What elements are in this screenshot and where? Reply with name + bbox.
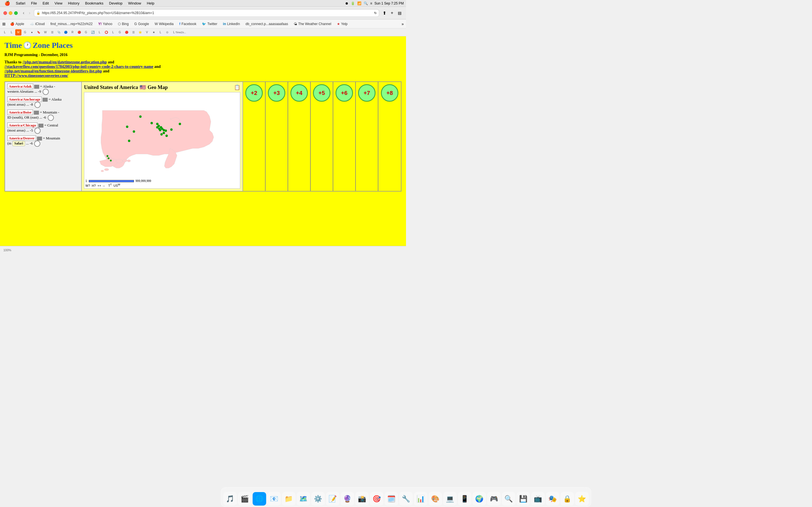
offset-badge-5[interactable]: +5 — [313, 84, 331, 102]
tz-link-adak[interactable]: America/Adak — [7, 83, 33, 89]
toolbar-icon-23[interactable]: ★ — [151, 29, 157, 36]
offset-badge-8[interactable]: +8 — [381, 84, 398, 102]
menu-view[interactable]: View — [52, 1, 64, 6]
bookmark-weather[interactable]: 🌤 The Weather Channel — [292, 21, 334, 26]
reload-icon[interactable]: ↻ — [374, 11, 377, 15]
menu-edit[interactable]: Edit — [40, 1, 51, 6]
svg-point-21 — [133, 130, 135, 133]
menu-file[interactable]: File — [29, 1, 39, 6]
bookmark-icloud[interactable]: ☁️ iCloud — [28, 21, 47, 26]
offset-badge-7[interactable]: +7 — [358, 84, 375, 102]
offset-6-label: +6 — [341, 90, 348, 96]
toolbar-icon-18[interactable]: G — [117, 29, 123, 36]
notepad-icon: 📋 — [234, 84, 240, 91]
bookmark-facebook[interactable]: f Facebook — [177, 21, 199, 26]
bookmark-weather-label: The Weather Channel — [298, 22, 331, 26]
tz-desc-adak-2: western Aleutians ... -9 — [7, 89, 41, 94]
more-bookmarks-icon[interactable]: » — [402, 22, 404, 26]
svg-point-24 — [107, 155, 108, 157]
bookmark-wikipedia-label: Wikipedia — [159, 22, 174, 26]
bookmark-bing[interactable]: ⬡ Bing — [116, 21, 131, 26]
bookmark-twitter[interactable]: 🐦 Twitter — [200, 21, 219, 26]
svg-point-0 — [104, 168, 109, 171]
bookmark-db[interactable]: db_connect.p...aaasaaafaas — [243, 21, 290, 26]
toolbar-icon-14[interactable]: 🔄 — [90, 29, 96, 36]
toolbar-icon-8[interactable]: ☰ — [49, 29, 55, 36]
toolbar-icon-16[interactable]: ⭕ — [103, 29, 109, 36]
tz-link-anchorage[interactable]: America/Anchorage — [7, 97, 42, 102]
minimize-button[interactable] — [9, 11, 12, 15]
menu-window[interactable]: Window — [126, 1, 143, 6]
menu-history[interactable]: History — [66, 1, 82, 6]
toolbar-icon-17[interactable]: L — [110, 29, 116, 36]
toolbar-icon-3[interactable]: M — [15, 29, 21, 36]
tz-link-boise[interactable]: America/Boise — [7, 110, 33, 115]
toolbar-icon-12[interactable]: 🔴 — [76, 29, 82, 36]
toolbar-icon-2[interactable]: L — [8, 29, 15, 36]
url-display[interactable]: https://65.254.95.247/PHP/tz_places.php?… — [42, 11, 372, 15]
attribution: RJM Programming - December, 2016 — [4, 53, 402, 57]
toolbar-icon-19[interactable]: 🔴 — [123, 29, 130, 36]
offset-badge-6[interactable]: +6 — [336, 84, 353, 102]
link-stackoverflow[interactable]: //stackoverflow.com/questions/17842003/p… — [4, 64, 153, 69]
toolbar-icon-7[interactable]: W — [42, 29, 49, 36]
toolbar-icon-21[interactable]: ⭐ — [137, 29, 143, 36]
bookmark-linkedin[interactable]: in LinkedIn — [221, 21, 242, 26]
maximize-button[interactable] — [14, 11, 18, 15]
toolbar-icon-20[interactable]: ☰ — [130, 29, 137, 36]
clock-chicago — [35, 128, 41, 134]
bookmark-yelp[interactable]: ★ Yelp — [335, 21, 350, 26]
toolbar-icon-9[interactable]: 📎 — [56, 29, 62, 36]
us-flag-icon: 🇺🇸 — [140, 84, 146, 91]
control-center-icon[interactable]: ≡ — [370, 1, 372, 5]
menu-bookmarks[interactable]: Bookmarks — [83, 1, 106, 6]
grid-icon[interactable]: ⊞ — [2, 22, 6, 26]
sidebar-icon[interactable]: ▤ — [398, 11, 402, 15]
link-php-timezone[interactable]: //php.net/manual/en/function.timezone-id… — [4, 69, 102, 73]
toolbar-icon-4[interactable]: G — [22, 29, 28, 36]
tz-desc-denver-3: ... -6 — [26, 141, 33, 145]
timezone-sidebar: America/Adak = Alaska - western Aleutian… — [5, 82, 81, 191]
back-button[interactable]: ‹ — [22, 10, 26, 16]
tz-link-chicago[interactable]: America/Chicago — [7, 122, 38, 128]
page-title-area: Time 🕐 Zone Places RJM Programming - Dec… — [4, 41, 402, 78]
bookmark-yahoo[interactable]: Y! Yahoo — [96, 21, 115, 26]
menu-safari[interactable]: Safari — [13, 1, 28, 6]
svg-point-6 — [151, 122, 153, 124]
close-button[interactable] — [3, 11, 7, 15]
bookmark-google[interactable]: G Google — [132, 21, 151, 26]
toolbar-timezones[interactable]: TimeZo... — [177, 29, 184, 36]
bookmark-wikipedia[interactable]: W Wikipedia — [152, 21, 175, 26]
search-icon[interactable]: 🔍 — [364, 1, 368, 5]
toolbar-icon-24[interactable]: L — [157, 29, 163, 36]
svg-point-19 — [170, 128, 172, 131]
toolbar-icon-15[interactable]: L — [96, 29, 103, 36]
bookmark-apple[interactable]: 🍎 Apple — [8, 21, 27, 26]
toolbar-icon-25[interactable]: ⊙ — [164, 29, 170, 36]
toolbar-icon-5[interactable]: ● — [29, 29, 35, 36]
bookmark-linkedin-label: LinkedIn — [227, 22, 240, 26]
tz-link-denver[interactable]: America/Denver — [7, 135, 36, 141]
toolbar-icon-22[interactable]: V — [144, 29, 150, 36]
toolbar-icon-11[interactable]: R — [69, 29, 75, 36]
toolbar-icon-10[interactable]: 🔵 — [63, 29, 69, 36]
address-bar[interactable]: 🔒 https://65.254.95.247/PHP/tz_places.ph… — [34, 9, 379, 17]
toolbar-icon-13[interactable]: G — [83, 29, 89, 36]
menu-help[interactable]: Help — [145, 1, 157, 6]
link-php-datetime[interactable]: //php.net/manual/en/datetimezone.getloca… — [22, 60, 107, 64]
forward-button[interactable]: › — [28, 10, 31, 16]
apple-menu[interactable]: 🍎 — [2, 0, 12, 6]
bookmark-find[interactable]: find_minus....rep+%22s%22 — [48, 21, 95, 26]
offset-badge-3[interactable]: +3 — [268, 84, 285, 102]
map-area: United States of America 🇺🇸 Geo Map 📋 — [81, 82, 243, 191]
link-timezone-converter[interactable]: HTTP://www.timezoneconverter.com/ — [4, 73, 68, 78]
menu-develop[interactable]: Develop — [107, 1, 125, 6]
offset-badge-4[interactable]: +4 — [290, 84, 308, 102]
share-icon[interactable]: ⬆ — [383, 10, 386, 16]
toolbar-icon-6[interactable]: 🔖 — [36, 29, 42, 36]
toolbar-icon-1[interactable]: L — [2, 29, 8, 36]
new-tab-icon[interactable]: + — [391, 10, 393, 15]
offset-badge-2[interactable]: +2 — [245, 84, 263, 102]
svg-point-17 — [160, 133, 163, 135]
map-container[interactable]: 1 999,999,999 W? H? ++ -- TT USW — [84, 92, 240, 189]
